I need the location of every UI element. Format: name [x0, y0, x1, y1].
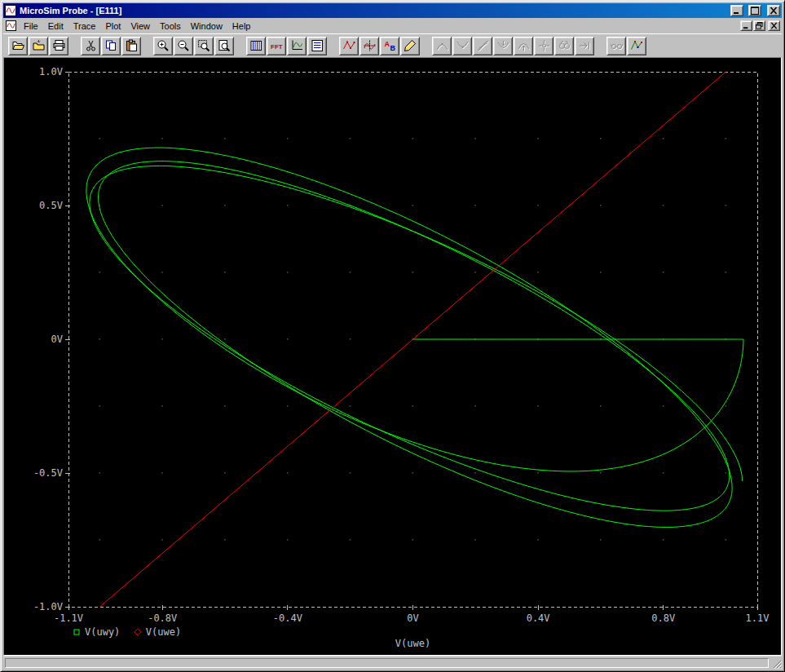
menu-item-trace[interactable]: Trace: [68, 20, 101, 33]
toolbar-group: [153, 37, 234, 55]
zoom-in-button[interactable]: [153, 37, 173, 55]
zoom-out-icon: [177, 39, 191, 52]
zoom-fit-icon: [218, 39, 232, 52]
x-tick-label: -0.8V: [148, 612, 177, 624]
open-icon: [11, 39, 25, 52]
cursor-trough-button: [452, 37, 472, 55]
min-icon: [496, 39, 510, 52]
menu-item-file[interactable]: File: [19, 20, 43, 33]
menu-bar: FileEditTracePlotViewToolsWindowHelp: [3, 18, 782, 33]
toggle-cursor-button[interactable]: [359, 37, 379, 55]
menu-item-tools[interactable]: Tools: [155, 20, 186, 33]
menu-item-edit[interactable]: Edit: [43, 20, 68, 33]
glasses-icon: [610, 39, 624, 52]
x-tick-label: 0.8V: [651, 612, 675, 624]
levels-icon: [630, 39, 644, 52]
mdi-close-icon: [770, 22, 778, 29]
fft-icon: FFT: [270, 39, 284, 52]
pencil-icon: [404, 39, 417, 52]
point-icon: [537, 39, 551, 52]
copy-icon: [104, 39, 118, 52]
toolbar-group: [8, 37, 68, 55]
app-icon[interactable]: [5, 5, 16, 16]
plot-settings-button[interactable]: [246, 37, 266, 55]
cursor-wave-icon: [363, 39, 377, 52]
toolbar-group: [432, 37, 594, 55]
x-tick-label: -1.1V: [54, 612, 83, 624]
max-icon: [517, 39, 531, 52]
window-title: MicroSim Probe - [E111]: [19, 6, 728, 15]
menu-items: FileEditTracePlotViewToolsWindowHelp: [19, 21, 255, 31]
cursor-ab-button[interactable]: AB: [380, 37, 399, 55]
maximize-button[interactable]: [748, 5, 761, 16]
copy-button[interactable]: [101, 37, 121, 55]
minimize-button[interactable]: [730, 5, 743, 16]
cut-icon: [84, 39, 98, 52]
cursor-next-transition-button: [575, 37, 594, 55]
svg-text:FFT: FFT: [271, 43, 283, 51]
menu-item-window[interactable]: Window: [186, 20, 227, 33]
toolbar-group: [606, 37, 646, 55]
zoom-out-button[interactable]: [174, 37, 193, 55]
legend-marker-diamond: [135, 629, 141, 635]
y-tick-label: 0.5V: [39, 200, 63, 211]
search-icon: [558, 39, 571, 52]
close-icon: [769, 7, 778, 15]
performance-analysis-button[interactable]: [287, 37, 307, 55]
mdi-restore-button[interactable]: [753, 20, 765, 31]
resize-grip[interactable]: [771, 658, 782, 669]
next-icon: [578, 39, 592, 52]
ab-icon: AB: [383, 39, 397, 52]
menu-item-plot[interactable]: Plot: [100, 20, 126, 33]
toolbar: FFTAB: [3, 33, 782, 57]
y-tick-label: 0V: [51, 334, 63, 345]
status-text: [5, 658, 769, 668]
mdi-minimize-button[interactable]: [740, 20, 752, 31]
print-button[interactable]: [49, 37, 68, 55]
menu-item-view[interactable]: View: [126, 20, 155, 33]
cursor-min-button: [493, 37, 513, 55]
trough-icon: [456, 39, 470, 52]
mark-voltage-levels-button[interactable]: [627, 37, 646, 55]
goal-functions-button[interactable]: [307, 37, 327, 55]
toolbar-group: AB: [339, 37, 420, 55]
menu-item-help[interactable]: Help: [227, 20, 256, 33]
zoom-fit-button[interactable]: [214, 37, 234, 55]
cursor-max-button: [514, 37, 533, 55]
open-file-button[interactable]: [8, 37, 28, 55]
mdi-restore-icon: [755, 22, 764, 29]
list-icon: [311, 39, 324, 52]
mdi-window-controls: [740, 20, 780, 31]
cursor-slope-button: [473, 37, 492, 55]
mark-data-points-button[interactable]: [339, 37, 359, 55]
zoom-area-icon: [197, 39, 211, 52]
view-goal-function-button: [606, 37, 626, 55]
label-data-point-button[interactable]: [400, 37, 420, 55]
legend-marker-square: [74, 630, 79, 634]
paste-button[interactable]: [121, 37, 141, 55]
x-tick-label: 0.4V: [527, 612, 550, 624]
x-tick-label: 1.1V: [746, 612, 770, 624]
maximize-icon: [750, 7, 760, 15]
window-controls: [730, 3, 780, 18]
y-tick-label: -1.0V: [33, 601, 63, 612]
zoom-area-button[interactable]: [194, 37, 214, 55]
legend-label: V(uwe): [146, 626, 181, 638]
minimize-icon: [732, 7, 742, 15]
close-button[interactable]: [767, 5, 780, 16]
status-bar: [3, 656, 782, 669]
plot-svg[interactable]: -1.1V-0.8V-0.4V0V0.4V0.8V1.1V1.0V0.5V0V-…: [4, 58, 781, 655]
x-tick-label: 0V: [407, 612, 418, 624]
append-file-button[interactable]: [29, 37, 48, 55]
columns-icon: [249, 39, 263, 52]
x-axis-title: V(uwe): [395, 638, 430, 649]
fft-button[interactable]: FFT: [267, 37, 286, 55]
toolbar-group: FFT: [246, 37, 327, 55]
svg-text:A: A: [384, 40, 390, 48]
svg-text:B: B: [390, 44, 395, 52]
mdi-close-button[interactable]: [768, 20, 780, 31]
document-icon[interactable]: [6, 20, 16, 31]
cut-button[interactable]: [81, 37, 100, 55]
peak-icon: [435, 39, 449, 52]
slope-icon: [476, 39, 490, 52]
